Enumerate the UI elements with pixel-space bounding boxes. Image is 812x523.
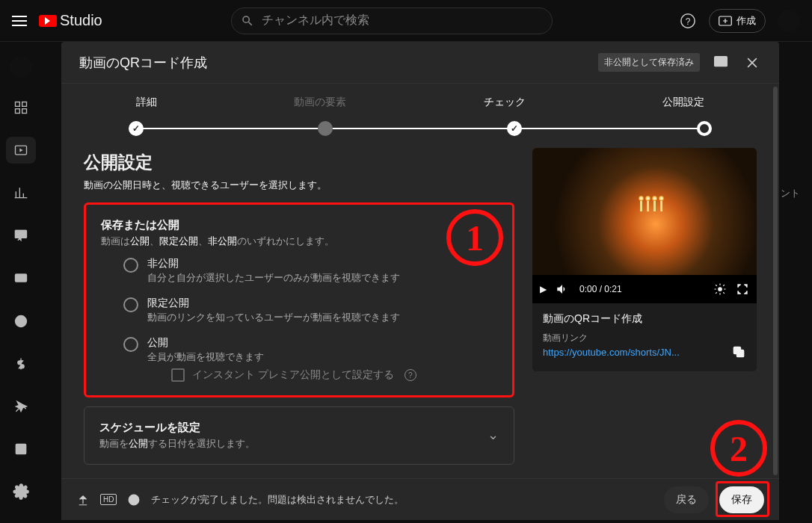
checks-ok-icon [127, 493, 141, 507]
close-icon[interactable] [743, 54, 761, 72]
checks-complete-text: チェックが完了しました。問題は検出されませんでした。 [151, 493, 404, 507]
help-icon[interactable]: ? [679, 12, 697, 30]
copy-link-icon[interactable] [731, 344, 746, 359]
save-button[interactable]: 保存 [719, 486, 764, 513]
step-checks-label[interactable]: チェック [484, 96, 526, 109]
hamburger-menu-icon[interactable] [12, 16, 27, 26]
step-details-label[interactable]: 詳細 [136, 96, 157, 109]
video-thumbnail[interactable] [532, 148, 757, 275]
step-node-elements[interactable] [318, 121, 333, 136]
dialog-scrollbar[interactable] [773, 87, 778, 475]
create-button[interactable]: 作成 [709, 9, 766, 33]
svg-point-14 [719, 288, 722, 291]
step-node-checks[interactable]: ✓ [507, 121, 522, 136]
premiere-checkbox[interactable] [171, 368, 185, 382]
channel-search-input[interactable]: チャンネル内で検索 [231, 7, 553, 34]
radio-circle-icon [123, 337, 138, 352]
svg-text:?: ? [686, 16, 691, 26]
nav-comments-icon[interactable] [6, 223, 36, 249]
nav-dashboard-icon[interactable] [6, 94, 36, 120]
studio-logo[interactable]: Studio [39, 12, 102, 29]
feedback-icon[interactable] [712, 54, 730, 72]
channel-avatar[interactable] [9, 57, 33, 78]
dialog-footer: HD チェックが完了しました。問題は検出されませんでした。 戻る 保存 [61, 478, 779, 520]
video-preview: ▶ 0:00 / 0:21 動画のQRコード作成 動画リンク https://y… [532, 148, 757, 371]
nav-subtitles-icon[interactable] [6, 265, 36, 291]
save-status-badge: 非公開として保存済み [598, 53, 700, 72]
svg-rect-6 [22, 108, 27, 113]
volume-icon[interactable] [556, 282, 569, 296]
nav-content-icon[interactable] [6, 137, 36, 163]
video-link-label: 動画リンク [543, 332, 746, 344]
upload-stepper: 詳細 動画の要素 チェック 公開設定 ✓ ✓ [61, 84, 779, 140]
step-visibility-label[interactable]: 公開設定 [662, 96, 704, 109]
hd-badge: HD [100, 494, 117, 505]
nav-analytics-icon[interactable] [6, 180, 36, 206]
radio-circle-icon [123, 297, 138, 312]
svg-rect-16 [733, 347, 740, 353]
save-publish-desc: 動画は公開、限定公開、非公開のいずれかにします。 [101, 235, 497, 248]
save-publish-card[interactable]: 1 保存または公開 動画は公開、限定公開、非公開のいずれかにします。 非公開 自… [84, 202, 514, 397]
search-icon [241, 14, 254, 28]
step-elements-label[interactable]: 動画の要素 [294, 96, 346, 109]
upload-status-icon [76, 493, 90, 507]
play-icon[interactable]: ▶ [540, 284, 547, 294]
svg-rect-9 [16, 274, 27, 282]
schedule-card[interactable]: スケジュールを設定 動画を公開する日付を選択します。 ⌄ [84, 406, 514, 465]
svg-rect-3 [16, 102, 20, 106]
save-publish-title: 保存または公開 [101, 218, 497, 232]
video-upload-dialog: 動画のQRコード作成 非公開として保存済み 詳細 動画の要素 チェック 公開設定… [61, 42, 779, 520]
visibility-subtext: 動画の公開日時と、視聴できるユーザーを選択します。 [84, 179, 514, 192]
svg-rect-5 [16, 108, 20, 113]
brand-text: Studio [60, 12, 102, 29]
back-button[interactable]: 戻る [664, 486, 709, 513]
schedule-title: スケジュールを設定 [99, 421, 255, 435]
schedule-desc: 動画を公開する日付を選択します。 [99, 438, 255, 451]
preview-title: 動画のQRコード作成 [543, 312, 746, 326]
video-link[interactable]: https://youtube.com/shorts/JN... [543, 347, 680, 358]
nav-monetization-icon[interactable] [6, 350, 36, 377]
radio-private[interactable]: 非公開 自分と自分が選択したユーザーのみが動画を視聴できます [123, 257, 497, 285]
chevron-down-icon: ⌄ [487, 427, 499, 443]
step-node-details[interactable]: ✓ [129, 121, 144, 136]
left-nav-rail [0, 42, 42, 523]
svg-rect-8 [16, 231, 27, 238]
nav-audio-library-icon[interactable] [6, 436, 36, 462]
radio-unlisted[interactable]: 限定公開 動画のリンクを知っているユーザーが動画を視聴できます [123, 297, 497, 324]
visibility-heading: 公開設定 [84, 151, 514, 174]
player-settings-icon[interactable] [713, 282, 727, 296]
search-placeholder: チャンネル内で検索 [262, 13, 369, 28]
time-display: 0:00 / 0:21 [579, 284, 622, 294]
premiere-help-icon[interactable]: ? [405, 369, 416, 381]
nav-customization-icon[interactable] [6, 393, 36, 419]
topbar: Studio チャンネル内で検索 ? 作成 [0, 0, 812, 42]
nav-copyright-icon[interactable] [6, 308, 36, 334]
youtube-play-icon [39, 15, 57, 27]
nav-settings-icon[interactable] [6, 479, 36, 505]
radio-circle-icon [123, 258, 138, 273]
step-node-visibility[interactable] [697, 121, 712, 136]
fullscreen-icon[interactable] [736, 282, 749, 296]
dialog-title: 動画のQRコード作成 [79, 54, 207, 72]
svg-rect-4 [22, 102, 27, 106]
create-plus-icon [719, 16, 732, 26]
account-avatar[interactable] [778, 10, 800, 32]
radio-public[interactable]: 公開 全員が動画を視聴できます インスタント プレミア公開として設定する ? [123, 336, 497, 382]
premiere-label: インスタント プレミア公開として設定する [192, 368, 394, 382]
